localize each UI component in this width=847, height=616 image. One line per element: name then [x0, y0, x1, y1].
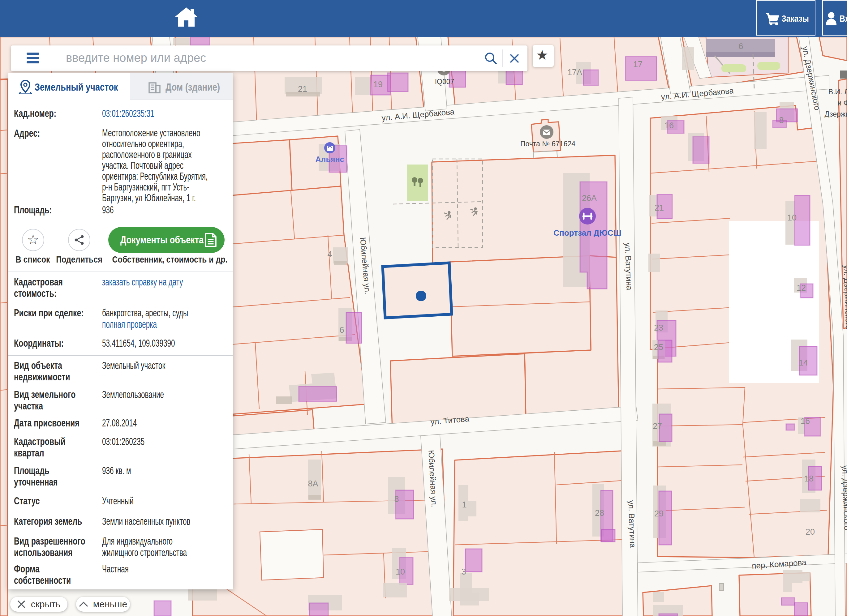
svg-text:10: 10 — [787, 213, 797, 223]
svg-text:17: 17 — [633, 60, 642, 69]
svg-text:6: 6 — [738, 42, 743, 51]
svg-text:Почта № 671624: Почта № 671624 — [520, 140, 575, 148]
svg-text:12: 12 — [797, 283, 806, 293]
svg-text:Альянс: Альянс — [316, 155, 344, 164]
svg-text:28: 28 — [595, 508, 604, 518]
svg-text:8: 8 — [394, 494, 399, 504]
svg-text:27: 27 — [653, 421, 662, 431]
svg-text:20: 20 — [806, 527, 815, 536]
svg-text:8: 8 — [779, 116, 784, 125]
svg-text:26А: 26А — [582, 194, 597, 203]
svg-text:4: 4 — [327, 249, 332, 259]
svg-text:Дзержи: Дзержи — [825, 110, 847, 118]
svg-text:IQ007: IQ007 — [435, 78, 454, 85]
svg-text:21: 21 — [655, 203, 664, 212]
svg-text:18: 18 — [804, 474, 814, 483]
svg-text:21: 21 — [298, 84, 307, 94]
svg-text:3: 3 — [461, 567, 466, 576]
svg-text:29: 29 — [654, 509, 664, 518]
svg-text:ул. Ватутина: ул. Ватутина — [626, 500, 637, 548]
svg-text:10: 10 — [395, 567, 405, 576]
svg-text:25: 25 — [654, 343, 663, 352]
svg-text:17А: 17А — [567, 68, 582, 77]
svg-text:19: 19 — [373, 80, 383, 89]
svg-text:ул. Ватутина: ул. Ватутина — [623, 242, 634, 290]
svg-text:14: 14 — [799, 358, 808, 367]
svg-text:и Ф: и Ф — [837, 99, 847, 107]
svg-text:16: 16 — [664, 121, 674, 130]
svg-text:23: 23 — [654, 323, 663, 332]
svg-text:Спортзал ДЮСШ: Спортзал ДЮСШ — [553, 228, 621, 237]
svg-text:1: 1 — [462, 500, 466, 509]
svg-text:16: 16 — [801, 417, 810, 426]
svg-text:6: 6 — [339, 325, 344, 335]
svg-text:8А: 8А — [308, 479, 318, 488]
svg-text:В.И. Л: В.И. Л — [828, 88, 847, 96]
